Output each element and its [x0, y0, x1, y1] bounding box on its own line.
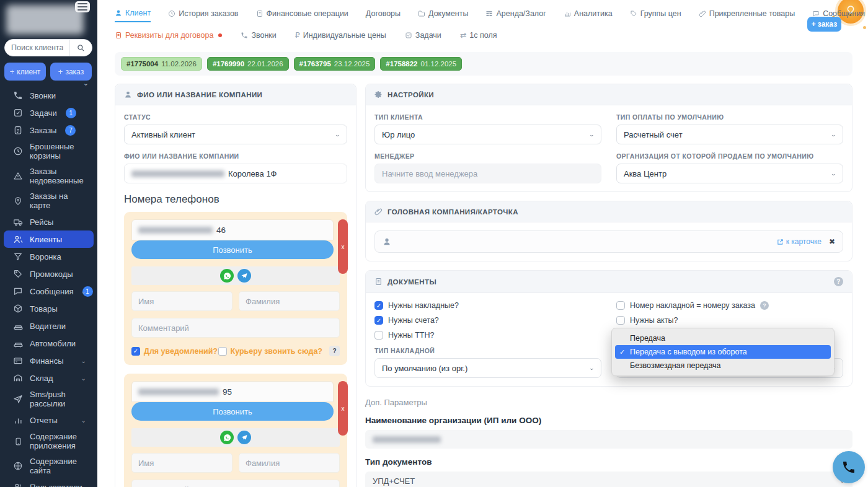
telegram-icon[interactable] [237, 431, 251, 444]
open-card-link[interactable]: к карточке [777, 237, 822, 246]
tab-price-groups[interactable]: Группы цен [630, 9, 681, 22]
sidebar-item-abandoned-carts[interactable]: Брошенные корзины [4, 139, 94, 164]
sidebar-item-funnel[interactable]: Воронка [4, 248, 94, 265]
folder-icon [418, 10, 425, 17]
add-order-button[interactable]: +заказ [50, 63, 92, 81]
tab-rent-deposit[interactable]: Аренда/Залог [485, 9, 546, 22]
sidebar-item-drivers[interactable]: Водители [4, 317, 94, 335]
alert-dot [218, 33, 222, 37]
order-badge[interactable]: #176379523.12.2025 [294, 57, 376, 71]
delete-phone-button[interactable]: x [338, 381, 348, 436]
tag-icon [630, 10, 637, 17]
remove-link-icon[interactable]: ✖ [829, 237, 835, 246]
call-widget-button[interactable] [833, 451, 865, 483]
courier-call-checkbox[interactable] [218, 347, 227, 356]
client-search-input[interactable] [5, 43, 69, 52]
doc-type-select[interactable]: УПД+СЧЕТ ⌄ [365, 472, 852, 487]
tab-individual-prices[interactable]: ₽ Индивидуальные цены [295, 30, 386, 43]
sidebar-item-app-content[interactable]: Содержание приложения [4, 429, 94, 454]
sidebar-item-sms-push[interactable]: Sms/push рассылки [4, 387, 94, 411]
truck-icon [12, 216, 24, 227]
invoice-type-select[interactable]: По умолчанию (из орг.) ⌄ [374, 358, 601, 378]
dropdown-option[interactable]: Безвозмездная передача [615, 359, 831, 372]
first-name-input[interactable] [131, 453, 232, 473]
whatsapp-icon[interactable] [220, 269, 234, 283]
manager-input[interactable] [374, 164, 601, 183]
sidebar-item-promocodes[interactable]: Промокоды [4, 265, 94, 283]
call-button[interactable]: Позвонить [131, 402, 334, 421]
phone-number-input[interactable]: 95 [131, 381, 334, 402]
chevron-down-icon[interactable]: ⌄ [81, 374, 86, 383]
client-type-select[interactable]: Юр лицо ⌄ [374, 125, 601, 144]
whatsapp-icon[interactable] [220, 431, 234, 444]
sidebar-item-orders[interactable]: Заказы 7 [4, 121, 94, 139]
tab-order-history[interactable]: История заказов [168, 9, 238, 22]
dropdown-option-selected[interactable]: Передача с выводом из оборота [615, 345, 831, 359]
sidebar-item-users[interactable]: Пользователи [4, 478, 94, 487]
courier-call-label[interactable]: Курьеру звонить сюда? [231, 347, 322, 356]
tab-calls[interactable]: Звонки [241, 31, 276, 43]
org-name-input[interactable] [365, 430, 852, 449]
status-select[interactable]: Активный клиент ⌄ [124, 125, 347, 144]
tab-messages[interactable]: Сообщения [812, 9, 865, 22]
sidebar-item-warehouse[interactable]: Склад ⌄ [4, 369, 94, 387]
comment-input[interactable] [131, 480, 340, 487]
payment-type-select[interactable]: Расчетный счет ⌄ [616, 125, 843, 144]
delete-phone-button[interactable]: x [338, 219, 348, 274]
help-icon[interactable]: ? [760, 301, 769, 310]
sidebar-nav: Звонки Задачи 1 Заказы 7 Брошенные корзи… [0, 87, 97, 487]
last-name-input[interactable] [239, 291, 340, 311]
order-badge[interactable]: #175882201.12.2025 [380, 57, 462, 71]
sidebar-item-vehicles[interactable]: Автомобили [4, 335, 94, 352]
chevron-down-icon[interactable]: ⌄ [81, 356, 86, 366]
dropdown-option[interactable]: Передача [615, 331, 831, 345]
notifications-label[interactable]: Для уведомлений? [144, 347, 218, 356]
sidebar-item-clients[interactable]: Клиенты [4, 230, 94, 248]
fio-input[interactable]: Королева 1Ф [124, 164, 347, 183]
sidebar-item-orders-map[interactable]: Заказы на карте [4, 188, 94, 213]
order-badge[interactable]: #176999022.01.2026 [207, 57, 289, 71]
invoice-equals-order-checkbox[interactable] [616, 301, 625, 310]
tab-client[interactable]: Клиент [115, 9, 151, 22]
call-button[interactable]: Позвонить [131, 240, 334, 259]
sidebar-item-trips[interactable]: Рейсы [4, 213, 94, 230]
sidebar-item-site-content[interactable]: Содержание сайта [4, 454, 94, 478]
help-icon[interactable]: ? [834, 277, 843, 286]
tab-contracts[interactable]: Договоры [366, 9, 401, 22]
chevron-down-icon[interactable]: ⌄ [81, 416, 86, 425]
notifications-checkbox[interactable]: ✓ [131, 347, 140, 356]
phone-number-input[interactable]: 46 [131, 219, 334, 240]
need-acts-option: Нужны акты? [616, 316, 843, 325]
tab-analytics[interactable]: Аналитика [564, 9, 613, 22]
first-name-input[interactable] [131, 291, 232, 311]
comment-input[interactable] [131, 318, 340, 338]
chevron-down-icon[interactable]: ⌄ [81, 287, 86, 296]
sidebar-item-finance[interactable]: Финансы ⌄ [4, 352, 94, 369]
org-select[interactable]: Аква Центр ⌄ [616, 164, 843, 183]
sidebar-collapse-button[interactable] [75, 1, 90, 12]
need-bills-checkbox[interactable]: ✓ [374, 316, 383, 325]
tab-tasks[interactable]: Задачи [405, 31, 441, 43]
sidebar-item-tasks[interactable]: Задачи 1 [4, 104, 94, 121]
need-ttn-checkbox[interactable] [374, 331, 383, 340]
last-name-input[interactable] [239, 453, 340, 473]
add-client-button[interactable]: +клиент [4, 63, 46, 81]
sidebar-item-messages[interactable]: Сообщения 1 ⌄ [4, 283, 94, 300]
tab-1c-fields[interactable]: ⇄ 1с поля [460, 30, 497, 43]
telegram-icon[interactable] [237, 269, 251, 283]
tab-attached-products[interactable]: Прикрепленные товары [699, 9, 795, 22]
tab-documents[interactable]: Документы [418, 9, 468, 22]
need-invoices-checkbox[interactable]: ✓ [374, 301, 383, 310]
invoice-type-label: ТИП НАКЛАДНОЙ [374, 347, 601, 354]
sidebar-item-products[interactable]: Товары [4, 300, 94, 317]
order-badge[interactable]: #177500411.02.2026 [121, 57, 202, 71]
search-icon[interactable] [69, 40, 92, 56]
sidebar-item-calls[interactable]: Звонки [4, 87, 94, 104]
help-button[interactable]: ? [329, 346, 340, 356]
sidebar-item-reports[interactable]: Отчеты ⌄ [4, 411, 94, 429]
sidebar-item-undelivered-orders[interactable]: Заказы недовезенные [4, 164, 94, 188]
need-acts-checkbox[interactable] [616, 316, 625, 325]
tab-contract-details[interactable]: Реквизиты для договора [115, 31, 222, 43]
tab-financial-operations[interactable]: Финансовые операции [256, 9, 348, 22]
doc-type-label: Тип документов [365, 457, 852, 467]
